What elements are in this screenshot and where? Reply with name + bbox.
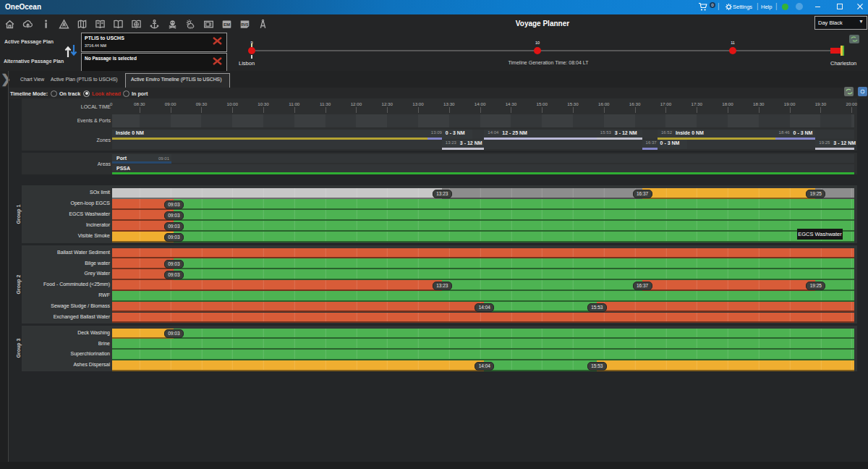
svg-text:RVS: RVS <box>241 22 249 26</box>
svg-text:EM: EM <box>223 21 229 26</box>
